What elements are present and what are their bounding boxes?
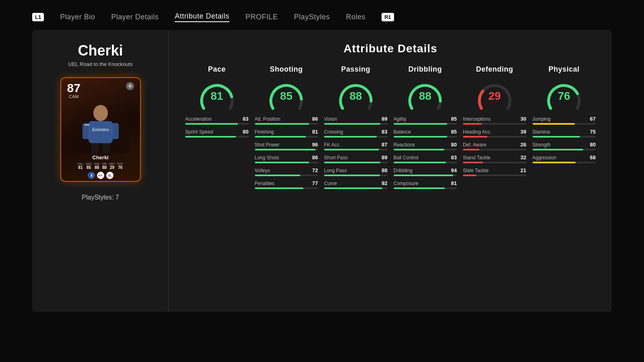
- sub-attr-value: 88: [382, 167, 387, 173]
- nav-player-details[interactable]: Player Details: [111, 13, 159, 21]
- progress-bar: [255, 187, 318, 189]
- nav-player-bio[interactable]: Player Bio: [60, 13, 95, 21]
- sub-attr-value: 80: [451, 142, 457, 148]
- sub-attr-value: 86: [312, 116, 318, 122]
- sub-attr-reactions: Reactions 80: [394, 142, 457, 150]
- progress-bar: [533, 149, 596, 150]
- progress-fill: [324, 123, 380, 125]
- l1-badge: L1: [32, 13, 44, 21]
- progress-fill: [324, 149, 379, 150]
- card-position: CAM: [67, 94, 80, 99]
- sub-attr-vision: Vision 89: [324, 116, 388, 125]
- playstyles-count: PlayStyles: 7: [82, 194, 119, 201]
- attr-column-passing: Passing 88 Vision 89 Crossing 83 FK Acc.…: [324, 65, 388, 189]
- progress-bar: [394, 123, 457, 125]
- sub-attr-long-shots: Long Shots 86: [255, 154, 318, 163]
- sub-attr-value: 67: [590, 116, 596, 122]
- progress-bar: [255, 149, 318, 150]
- player-silhouette: Emirates: [74, 101, 127, 153]
- sub-attr-value: 72: [312, 167, 318, 173]
- sub-attrs-shooting: Att. Position 86 Finishing 81 Shot Power…: [255, 116, 318, 189]
- sub-attr-stand-tackle: Stand Tackle 32: [463, 154, 526, 163]
- attr-column-dribbling: Dribbling 88 Agility 85 Balance 85 React…: [394, 65, 457, 189]
- player-subtitle: UEL Road to the Knockouts: [68, 61, 133, 67]
- progress-fill: [394, 187, 445, 189]
- sub-attr-label: Jumping: [533, 116, 551, 122]
- sub-attr-crossing: Crossing 83: [324, 129, 388, 138]
- nav-playstyles[interactable]: PlayStyles: [294, 13, 330, 21]
- dial-value-physical: 76: [558, 90, 570, 103]
- right-panel: Attribute Details Pace 81 Acceleration 8…: [169, 30, 612, 312]
- progress-fill: [255, 187, 303, 189]
- svg-rect-6: [85, 124, 89, 125]
- progress-bar: [463, 162, 526, 163]
- sub-attrs-pace: Acceleration 83 Sprint Speed 80: [185, 116, 249, 138]
- nav-roles[interactable]: Roles: [346, 13, 365, 21]
- top-navigation: L1 Player Bio Player Details Attribute D…: [0, 0, 644, 30]
- progress-fill: [394, 162, 446, 163]
- sub-attr-label: Heading Acc.: [463, 129, 491, 135]
- sub-attr-label: Curve: [324, 181, 337, 186]
- sub-attrs-physical: Jumping 67 Stamina 75 Strength 80: [533, 116, 596, 163]
- sub-attr-value: 26: [520, 142, 526, 148]
- sub-attr-value: 85: [451, 129, 457, 135]
- sub-attr-balance: Balance 85: [394, 129, 457, 138]
- sub-attr-value: 92: [382, 180, 387, 186]
- progress-fill: [394, 136, 448, 138]
- progress-bar: [533, 136, 596, 138]
- sub-attr-value: 75: [590, 129, 596, 135]
- nav-profile[interactable]: PROFILE: [246, 13, 278, 21]
- sub-attr-agility: Agility 85: [394, 116, 457, 125]
- sub-attr-label: Balance: [394, 129, 411, 135]
- progress-bar: [463, 123, 526, 125]
- progress-fill: [255, 123, 309, 125]
- sub-attrs-passing: Vision 89 Crossing 83 FK Acc. 87: [324, 116, 388, 189]
- sub-attr-aggression: Aggression 68: [533, 154, 596, 163]
- sub-attr-label: Ball Control: [394, 155, 419, 160]
- sub-attr-label: Long Pass: [324, 168, 347, 173]
- progress-fill: [255, 162, 309, 163]
- sub-attr-value: 68: [590, 154, 596, 160]
- sub-attr-value: 39: [520, 129, 526, 135]
- sub-attr-interceptions: Interceptions 30: [463, 116, 526, 125]
- sub-attr-value: 86: [312, 154, 318, 160]
- sub-attr-value: 89: [382, 154, 387, 160]
- sub-attr-finishing: Finishing 81: [255, 129, 318, 138]
- sub-attr-value: 77: [312, 180, 318, 186]
- progress-bar: [324, 123, 388, 125]
- sub-attr-label: Long Shots: [255, 155, 279, 160]
- sub-attr-value: 94: [451, 167, 457, 173]
- svg-rect-3: [111, 123, 119, 139]
- progress-bar: [533, 162, 596, 163]
- player-card: 87 CAM ⚽ Emirates Cherki: [60, 77, 141, 182]
- sub-attr-value: 80: [243, 129, 248, 135]
- nav-attribute-details[interactable]: Attribute Details: [175, 12, 229, 22]
- svg-point-0: [93, 105, 108, 121]
- dial-value-dribbling: 88: [419, 90, 431, 103]
- sub-attr-label: Penalties: [255, 181, 275, 186]
- svg-rect-5: [103, 143, 110, 153]
- progress-fill: [533, 162, 576, 163]
- card-stats: PAC81SHO85PAS88DRI88DEF29PHY76: [78, 162, 123, 170]
- dial-dribbling: 88: [403, 78, 447, 110]
- card-stat-def: DEF29: [109, 162, 115, 170]
- progress-bar: [255, 162, 318, 163]
- sub-attr-label: Att. Position: [255, 116, 281, 122]
- sub-attr-composure: Composure 81: [394, 180, 457, 189]
- card-stat-sho: SHO85: [86, 162, 92, 170]
- dial-value-pace: 81: [211, 90, 223, 103]
- progress-bar: [185, 136, 249, 138]
- sub-attr-label: Composure: [394, 181, 419, 186]
- progress-fill: [394, 149, 444, 150]
- sub-attr-label: Sprint Speed: [185, 129, 213, 135]
- sub-attr-label: Stamina: [533, 129, 550, 135]
- sub-attr-label: Acceleration: [185, 116, 212, 122]
- sub-attr-sprint-speed: Sprint Speed 80: [185, 129, 249, 138]
- progress-fill: [463, 162, 483, 163]
- category-title-passing: Passing: [341, 65, 370, 74]
- dial-passing: 88: [334, 78, 378, 110]
- progress-fill: [185, 136, 236, 138]
- dial-pace: 81: [195, 78, 239, 110]
- sub-attr-label: Aggression: [533, 155, 557, 160]
- progress-fill: [463, 123, 482, 125]
